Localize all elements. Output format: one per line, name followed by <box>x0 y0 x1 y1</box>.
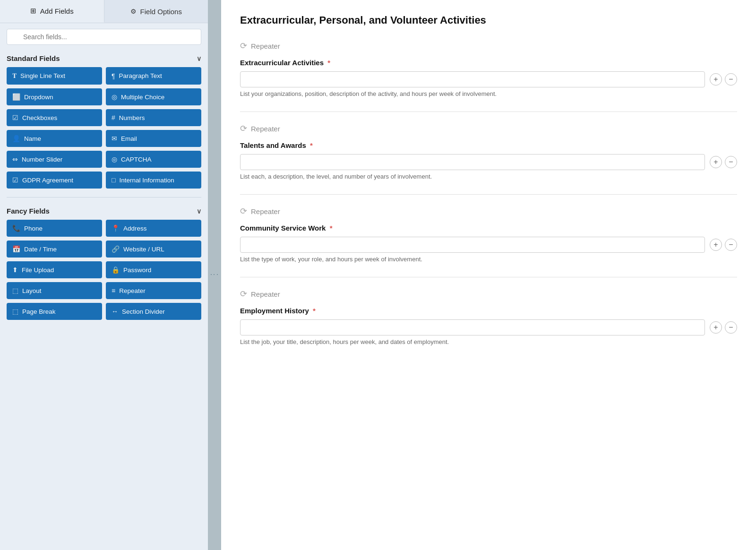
gdpr-icon: ☑ <box>12 176 18 184</box>
tab-add-fields[interactable]: ⊞ Add Fields <box>0 0 104 23</box>
multiple-choice-label: Multiple Choice <box>121 94 164 101</box>
remove-btn-1[interactable]: − <box>725 73 737 86</box>
panel-separator[interactable]: ⋮ <box>208 0 221 550</box>
numbers-icon: # <box>112 114 115 121</box>
section-community: ⟳ Repeater Community Service Work * + − … <box>240 206 737 263</box>
multiple-choice-icon: ◎ <box>112 93 117 101</box>
field-btn-numbers[interactable]: # Numbers <box>106 109 201 126</box>
phone-label: Phone <box>24 225 43 232</box>
remove-btn-3[interactable]: − <box>725 239 737 251</box>
tab-field-options[interactable]: ⚙ Field Options <box>104 0 208 23</box>
gdpr-label: GDPR Agreement <box>22 177 73 184</box>
employment-input[interactable] <box>240 319 705 335</box>
captcha-label: CAPTCHA <box>121 156 152 163</box>
extracurricular-row: + − <box>240 71 737 87</box>
field-btn-multiple-choice[interactable]: ◎ Multiple Choice <box>106 88 201 105</box>
field-btn-address[interactable]: 📍 Address <box>106 220 201 237</box>
number-slider-icon: ⇔ <box>12 155 18 163</box>
talents-input[interactable] <box>240 154 705 170</box>
name-label: Name <box>24 135 41 142</box>
field-btn-single-line-text[interactable]: 𝐓 Single Line Text <box>7 67 102 85</box>
date-time-icon: 📅 <box>12 245 20 253</box>
layout-icon: ⬚ <box>12 287 18 294</box>
field-btn-captcha[interactable]: ◎ CAPTCHA <box>106 151 201 168</box>
field-btn-name[interactable]: 👤 Name <box>7 130 102 147</box>
tabs-bar: ⊞ Add Fields ⚙ Field Options <box>0 0 208 23</box>
field-btn-file-upload[interactable]: ⬆ File Upload <box>7 261 102 278</box>
field-btn-page-break[interactable]: ⬚ Page Break <box>7 303 102 320</box>
field-btn-repeater[interactable]: ≡ Repeater <box>106 282 201 299</box>
website-url-icon: 🔗 <box>112 245 120 253</box>
field-btn-gdpr-agreement[interactable]: ☑ GDPR Agreement <box>7 172 102 189</box>
fancy-fields-header: Fancy Fields ∨ <box>0 203 208 220</box>
talents-row: + − <box>240 154 737 170</box>
field-btn-number-slider[interactable]: ⇔ Number Slider <box>7 151 102 168</box>
field-btn-section-divider[interactable]: ↔ Section Divider <box>106 303 201 320</box>
extracurricular-input[interactable] <box>240 71 705 87</box>
add-btn-1[interactable]: + <box>710 73 722 86</box>
number-slider-label: Number Slider <box>22 156 62 163</box>
single-line-text-label: Single Line Text <box>20 72 65 79</box>
address-icon: 📍 <box>112 224 120 232</box>
talents-label: Talents and Awards * <box>240 141 737 149</box>
add-btn-2[interactable]: + <box>710 156 722 168</box>
remove-btn-2[interactable]: − <box>725 156 737 168</box>
section-divider-label: Section Divider <box>122 308 165 315</box>
tab-add-fields-label: Add Fields <box>40 7 74 15</box>
section-employment: ⟳ Repeater Employment History * + − List… <box>240 289 737 345</box>
phone-icon: 📞 <box>12 224 20 232</box>
field-btn-paragraph-text[interactable]: ¶ Paragraph Text <box>106 67 201 85</box>
file-upload-icon: ⬆ <box>12 266 18 274</box>
website-url-label: Website / URL <box>123 246 164 253</box>
field-options-icon: ⚙ <box>130 8 137 15</box>
field-btn-internal-information[interactable]: □ Internal Information <box>106 172 201 189</box>
repeater-label-4: ⟳ Repeater <box>240 289 737 299</box>
field-btn-date-time[interactable]: 📅 Date / Time <box>7 241 102 258</box>
standard-fields-label: Standard Fields <box>7 54 60 62</box>
standard-fields-chevron[interactable]: ∨ <box>197 55 201 62</box>
checkboxes-icon: ☑ <box>12 114 18 121</box>
fancy-fields-chevron[interactable]: ∨ <box>197 207 201 215</box>
internal-info-icon: □ <box>112 176 115 184</box>
remove-btn-4[interactable]: − <box>725 321 737 334</box>
repeater-label-2: ⟳ Repeater <box>240 123 737 134</box>
password-label: Password <box>123 266 151 274</box>
checkboxes-label: Checkboxes <box>22 114 57 121</box>
repeater-label-text: Repeater <box>119 287 146 294</box>
community-input[interactable] <box>240 237 705 253</box>
search-input[interactable] <box>7 29 201 45</box>
repeater-icon-3: ⟳ <box>240 206 247 216</box>
dropdown-icon: ⬜ <box>12 93 20 101</box>
repeater-icon: ≡ <box>112 287 115 294</box>
extracurricular-hint: List your organizations, position, descr… <box>240 90 737 97</box>
add-remove-1: + − <box>710 73 737 86</box>
address-label: Address <box>123 225 147 232</box>
repeater-icon-2: ⟳ <box>240 123 247 134</box>
community-row: + − <box>240 237 737 253</box>
tab-field-options-label: Field Options <box>140 8 182 16</box>
field-btn-dropdown[interactable]: ⬜ Dropdown <box>7 88 102 105</box>
field-btn-layout[interactable]: ⬚ Layout <box>7 282 102 299</box>
date-time-label: Date / Time <box>24 246 57 253</box>
page-title: Extracurricular, Personal, and Volunteer… <box>240 14 737 26</box>
left-panel-scroll: Standard Fields ∨ 𝐓 Single Line Text ¶ P… <box>0 23 208 550</box>
email-icon: ✉ <box>112 135 117 142</box>
field-btn-checkboxes[interactable]: ☑ Checkboxes <box>7 109 102 126</box>
add-fields-icon: ⊞ <box>30 7 36 15</box>
repeater-label-3: ⟳ Repeater <box>240 206 737 216</box>
paragraph-text-label: Paragraph Text <box>119 72 162 79</box>
employment-hint: List the job, your title, description, h… <box>240 338 737 345</box>
section-divider-line <box>7 197 201 198</box>
field-btn-phone[interactable]: 📞 Phone <box>7 220 102 237</box>
page-break-icon: ⬚ <box>12 308 18 315</box>
search-area <box>0 23 208 51</box>
add-btn-4[interactable]: + <box>710 321 722 334</box>
field-btn-email[interactable]: ✉ Email <box>106 130 201 147</box>
name-icon: 👤 <box>12 135 20 142</box>
community-label: Community Service Work * <box>240 224 737 232</box>
standard-fields-grid: 𝐓 Single Line Text ¶ Paragraph Text ⬜ Dr… <box>0 67 208 195</box>
add-btn-3[interactable]: + <box>710 239 722 251</box>
required-star-1: * <box>327 59 330 67</box>
field-btn-password[interactable]: 🔒 Password <box>106 261 201 278</box>
field-btn-website-url[interactable]: 🔗 Website / URL <box>106 241 201 258</box>
